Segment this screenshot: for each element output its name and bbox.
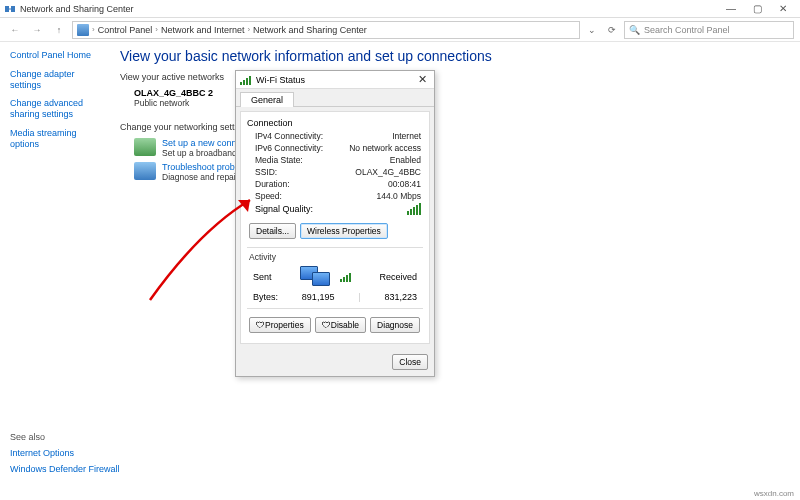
sidebar-home[interactable]: Control Panel Home	[10, 50, 100, 61]
sidebar-media[interactable]: Media streaming options	[10, 128, 100, 150]
minimize-button[interactable]: —	[718, 0, 744, 18]
network-name: OLAX_4G_4BBC 2	[134, 88, 213, 98]
media-state-label: Media State:	[255, 155, 303, 165]
breadcrumb-lvl3[interactable]: Network and Sharing Center	[253, 25, 367, 35]
speed-value: 144.0 Mbps	[377, 191, 421, 201]
active-networks-label: View your active networks	[120, 72, 790, 82]
window-titlebar: Network and Sharing Center — ▢ ✕	[0, 0, 800, 18]
breadcrumb[interactable]: › Control Panel › Network and Internet ›…	[72, 21, 580, 39]
ipv4-label: IPv4 Connectivity:	[255, 131, 323, 141]
ssid-label: SSID:	[255, 167, 277, 177]
see-also-header: See also	[10, 432, 120, 442]
breadcrumb-dropdown[interactable]: ⌄	[584, 22, 600, 38]
close-window-button[interactable]: ✕	[770, 0, 796, 18]
media-state-value: Enabled	[390, 155, 421, 165]
sidebar-advanced[interactable]: Change advanced sharing settings	[10, 98, 100, 120]
svg-rect-0	[5, 6, 9, 12]
search-input[interactable]: 🔍 Search Control Panel	[624, 21, 794, 39]
tab-general[interactable]: General	[240, 92, 294, 107]
internet-options-link[interactable]: Internet Options	[10, 448, 120, 458]
sidebar: Control Panel Home Change adapter settin…	[0, 42, 110, 488]
dialog-close-button[interactable]: ✕	[414, 73, 430, 86]
bytes-label: Bytes:	[253, 292, 278, 302]
disable-button[interactable]: 🛡Disable	[315, 317, 366, 333]
activity-header: Activity	[249, 252, 423, 262]
window-title: Network and Sharing Center	[20, 4, 718, 14]
ipv4-value: Internet	[392, 131, 421, 141]
svg-rect-1	[11, 6, 15, 12]
bytes-sent: 891,195	[302, 292, 335, 302]
activity-signal-icon	[340, 273, 351, 282]
dialog-tabs: General	[236, 89, 434, 107]
network-type: Public network	[134, 98, 213, 108]
received-label: Received	[379, 272, 417, 282]
wifi-icon	[240, 75, 252, 85]
refresh-button[interactable]: ⟳	[604, 22, 620, 38]
signal-bars-icon	[407, 203, 421, 215]
ssid-value: OLAX_4G_4BBC	[355, 167, 421, 177]
bytes-received: 831,223	[384, 292, 417, 302]
breadcrumb-lvl2[interactable]: Network and Internet	[161, 25, 245, 35]
app-icon	[4, 3, 16, 15]
signal-quality-label: Signal Quality:	[255, 204, 313, 214]
wifi-status-dialog: Wi-Fi Status ✕ General Connection IPv4 C…	[235, 70, 435, 377]
page-heading: View your basic network information and …	[120, 48, 790, 64]
new-connection-icon	[134, 138, 156, 156]
connection-group: Connection	[247, 118, 423, 128]
address-bar: ← → ↑ › Control Panel › Network and Inte…	[0, 18, 800, 42]
speed-label: Speed:	[255, 191, 282, 201]
control-panel-icon	[77, 24, 89, 36]
diagnose-button[interactable]: Diagnose	[370, 317, 420, 333]
duration-label: Duration:	[255, 179, 290, 189]
change-settings-label: Change your networking settings	[120, 122, 790, 132]
search-icon: 🔍	[629, 25, 640, 35]
details-button[interactable]: Details...	[249, 223, 296, 239]
sidebar-adapter[interactable]: Change adapter settings	[10, 69, 100, 91]
task-troubleshoot[interactable]: Troubleshoot problems Diagnose and repai…	[134, 162, 790, 182]
watermark: wsxdn.com	[754, 489, 794, 498]
sent-label: Sent	[253, 272, 272, 282]
dialog-titlebar[interactable]: Wi-Fi Status ✕	[236, 71, 434, 89]
back-button[interactable]: ←	[6, 21, 24, 39]
properties-button[interactable]: 🛡Properties	[249, 317, 311, 333]
dialog-title: Wi-Fi Status	[256, 75, 414, 85]
duration-value: 00:08:41	[388, 179, 421, 189]
up-button[interactable]: ↑	[50, 21, 68, 39]
firewall-link[interactable]: Windows Defender Firewall	[10, 464, 120, 474]
see-also-panel: See also Internet Options Windows Defend…	[10, 432, 120, 480]
activity-monitors-icon	[300, 266, 334, 288]
forward-button[interactable]: →	[28, 21, 46, 39]
maximize-button[interactable]: ▢	[744, 0, 770, 18]
content-area: View your basic network information and …	[110, 42, 800, 488]
search-placeholder: Search Control Panel	[644, 25, 730, 35]
troubleshoot-icon	[134, 162, 156, 180]
ipv6-label: IPv6 Connectivity:	[255, 143, 323, 153]
close-dialog-button[interactable]: Close	[392, 354, 428, 370]
wireless-properties-button[interactable]: Wireless Properties	[300, 223, 388, 239]
task-new-connection[interactable]: Set up a new connection or Set up a broa…	[134, 138, 790, 158]
ipv6-value: No network access	[349, 143, 421, 153]
breadcrumb-root[interactable]: Control Panel	[98, 25, 153, 35]
